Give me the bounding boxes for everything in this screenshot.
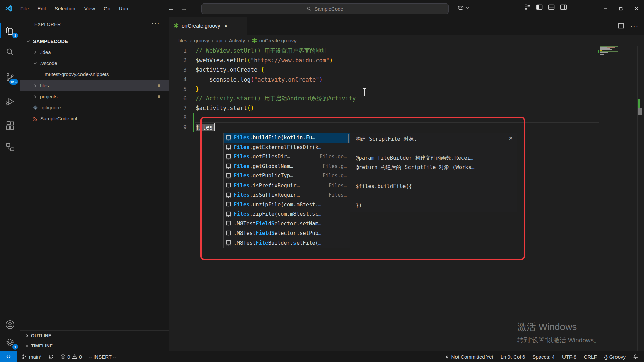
commit-status[interactable]: Not Committed Yet: [442, 354, 496, 360]
remote-indicator[interactable]: [0, 351, 17, 362]
tree-item-samplecode-iml[interactable]: SampleCode.iml: [20, 113, 169, 124]
sync-icon: [48, 354, 54, 359]
chevron-right-icon: [24, 343, 30, 349]
suggest-item-detail: Files.g…: [319, 173, 347, 179]
breadcrumb-item-activity[interactable]: Activity: [229, 38, 245, 43]
breadcrumb[interactable]: files›groovy›api›Activity›onCreate.groov…: [169, 35, 297, 46]
cursor-position[interactable]: Ln 9, Col 6: [498, 354, 528, 360]
code-line-9[interactable]: 9files: [169, 122, 644, 132]
line-content: files: [187, 123, 215, 131]
tree-item-samplecode[interactable]: SAMPLECODE: [20, 36, 169, 47]
tree-item-files[interactable]: files: [20, 80, 169, 91]
suggest-item-label: Files.getFilesDir…: [234, 154, 290, 160]
editor-more-actions[interactable]: ···: [630, 22, 639, 30]
unsaved-dot: ●: [225, 24, 227, 28]
tree-item-label: .idea: [40, 49, 51, 55]
sidebar-item-extensions[interactable]: [0, 116, 20, 135]
problems-status[interactable]: 0 0: [58, 354, 84, 360]
sidebar-item-source-control[interactable]: 1K+: [0, 68, 20, 87]
split-editor-icon[interactable]: [618, 22, 624, 29]
tree-item--idea[interactable]: .idea: [20, 47, 169, 58]
tree-item-label: .gitignore: [40, 105, 61, 110]
code-line-3[interactable]: 3$activity.onCreate {: [169, 65, 644, 75]
sync-button[interactable]: [46, 354, 56, 359]
nav-back-button[interactable]: ←: [168, 5, 175, 12]
sidebar-item-search[interactable]: [0, 43, 20, 61]
suggest-item-10[interactable]: .M8TestFieldSelector.setNam…: [224, 219, 350, 229]
suggest-scrollbar[interactable]: [348, 134, 349, 143]
language-mode[interactable]: {} Groovy: [602, 354, 628, 360]
toggle-primary-sidebar-icon[interactable]: [536, 4, 543, 10]
suggest-item-4[interactable]: Files.getGlobalNam…Files.g…: [224, 162, 350, 171]
code-line-6[interactable]: 6// Activity.start() 用于启动Android系统的Activ…: [169, 94, 644, 104]
suggest-item-label: Files.isPrefixRequir…: [234, 183, 300, 189]
docs-close-icon[interactable]: ×: [509, 135, 513, 142]
tree-item-projects[interactable]: projects: [20, 91, 169, 102]
menu-go[interactable]: Go: [99, 4, 115, 13]
sidebar-item-explorer[interactable]: 1: [0, 21, 20, 40]
nav-forward-button[interactable]: →: [181, 5, 187, 12]
search-input[interactable]: SampleCode: [201, 3, 449, 14]
menu-selection[interactable]: Selection: [50, 4, 80, 13]
toggle-panel-icon[interactable]: [548, 4, 555, 10]
menu-file[interactable]: File: [16, 4, 33, 13]
breadcrumb-item-files[interactable]: files: [178, 38, 187, 43]
timeline-section[interactable]: TIMELINE: [20, 341, 169, 351]
vscode-window: FileEditSelectionViewGoRun··· ← → Sample…: [0, 0, 644, 362]
encoding-status[interactable]: UTF-8: [560, 354, 579, 360]
indentation-status[interactable]: Spaces: 4: [530, 354, 557, 360]
suggest-item-detail: Files.ge…: [316, 154, 347, 160]
suggest-item-3[interactable]: Files.getFilesDir…Files.ge…: [224, 152, 350, 162]
scrollbar-thumb[interactable]: [638, 108, 642, 115]
code-line-7[interactable]: 7$activity.start(): [169, 103, 644, 113]
suggest-item-1[interactable]: Files.buildFile(kotlin.Fu…: [224, 133, 350, 143]
suggest-item-11[interactable]: .M8TestFieldSelector.setPub…: [224, 228, 350, 238]
sidebar-item-run-debug[interactable]: [0, 92, 20, 111]
suggest-item-8[interactable]: Files.unzipFile(com.m8test.…: [224, 200, 350, 210]
notifications-bell[interactable]: [631, 354, 641, 359]
close-button[interactable]: [629, 0, 644, 17]
explorer-more-actions[interactable]: ···: [151, 19, 160, 27]
manage-button[interactable]: 1: [0, 333, 20, 352]
suggest-item-9[interactable]: Files.zipFile(com.m8test.sc…: [224, 209, 350, 219]
eol-status[interactable]: CRLF: [581, 354, 599, 360]
menu-run[interactable]: Run: [115, 4, 133, 13]
suggest-widget-list[interactable]: Files.buildFile(kotlin.Fu…Files.getExter…: [223, 133, 350, 248]
account-button[interactable]: [0, 315, 20, 334]
tree-item-m8test-groovy-code-snippets[interactable]: m8test-groovy.code-snippets: [20, 69, 169, 80]
indent-guide: [197, 75, 197, 85]
code-line-8[interactable]: 8: [169, 113, 644, 123]
sidebar-item-references[interactable]: [0, 138, 20, 156]
menu-edit[interactable]: Edit: [33, 4, 50, 13]
tree-item--gitignore[interactable]: .gitignore: [20, 102, 169, 113]
suggest-item-12[interactable]: .M8TestFileBuilder.setFile(…: [224, 238, 350, 248]
suggest-item-5[interactable]: Files.getPublicTyp…Files.g…: [224, 171, 350, 181]
restore-button[interactable]: [613, 0, 629, 17]
customize-layout-icon[interactable]: [524, 4, 531, 10]
menu-[interactable]: ···: [133, 4, 147, 13]
tab-oncreate-groovy[interactable]: onCreate.groovy ●: [169, 17, 247, 35]
breadcrumb-item-groovy[interactable]: groovy: [194, 38, 209, 43]
suggest-item-2[interactable]: Files.getExternalFilesDir(k…: [224, 143, 350, 152]
suggest-item-6[interactable]: Files.isPrefixRequir…Files…: [224, 181, 350, 191]
code-line-4[interactable]: 4 $console.log("activity.onCreate"): [169, 75, 644, 85]
suggest-item-7[interactable]: Files.isSuffixRequir…Files…: [224, 190, 350, 200]
suggest-item-detail: Files.g…: [319, 163, 347, 169]
toggle-secondary-sidebar-icon[interactable]: [560, 4, 567, 10]
minimize-button[interactable]: [598, 0, 613, 17]
copilot-button[interactable]: [457, 4, 469, 11]
tree-item-label: .vscode: [40, 60, 57, 66]
breadcrumb-item-api[interactable]: api: [216, 38, 222, 43]
code-line-5[interactable]: 5}: [169, 84, 644, 94]
explorer-title: EXPLORER: [34, 22, 61, 27]
menu-view[interactable]: View: [80, 4, 99, 13]
vim-mode-indicator[interactable]: -- INSERT --: [86, 354, 119, 360]
code-line-2[interactable]: 2$webView.setUrl("https://www.baidu.com"…: [169, 56, 644, 65]
tree-item--vscode[interactable]: .vscode: [20, 58, 169, 69]
git-branch-status[interactable]: main*: [19, 354, 44, 360]
suggest-item-label: Files.unzipFile(com.m8test.…: [234, 202, 321, 208]
outline-section[interactable]: OUTLINE: [20, 330, 169, 341]
breadcrumb-item-file[interactable]: onCreate.groovy: [252, 38, 297, 43]
minimap[interactable]: [600, 46, 620, 55]
code-line-1[interactable]: 1// WebView.setUrl() 用于设置用户界面的地址: [169, 46, 644, 56]
